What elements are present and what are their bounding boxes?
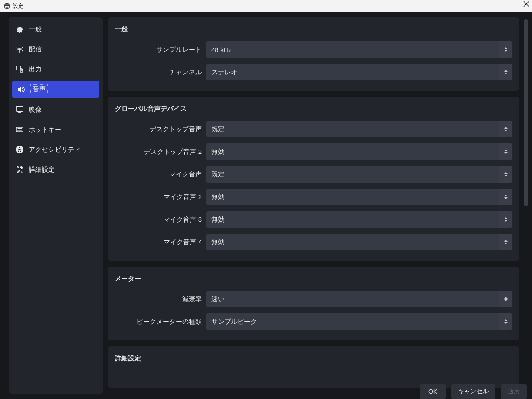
chevron-updown-icon [499, 166, 512, 183]
select-mic-audio-3[interactable]: 無効 [206, 211, 512, 228]
label-peak-meter-type: ピークメーターの種類 [115, 318, 206, 326]
label-desktop-audio-2: デスクトップ音声 2 [115, 148, 206, 156]
svg-rect-17 [17, 130, 22, 131]
select-sample-rate[interactable]: 48 kHz [206, 41, 512, 58]
label-mic-audio-3: マイク音声 3 [115, 216, 206, 224]
select-value: ステレオ [206, 68, 499, 76]
sidebar-item-advanced[interactable]: 詳細設定 [9, 160, 103, 180]
sidebar-item-audio[interactable]: 音声 [12, 81, 99, 98]
select-channel[interactable]: ステレオ [206, 64, 512, 80]
svg-rect-11 [16, 127, 23, 132]
panel-title: メーター [115, 275, 512, 283]
select-value: サンプルピーク [206, 318, 499, 326]
chevron-updown-icon [499, 234, 512, 250]
svg-point-3 [6, 7, 8, 8]
sidebar-item-stream[interactable]: 配信 [9, 39, 103, 59]
svg-point-1 [5, 4, 7, 6]
select-value: 48 kHz [206, 46, 499, 53]
select-desktop-audio[interactable]: 既定 [206, 121, 512, 137]
label-decay-rate: 減衰率 [115, 295, 206, 303]
sidebar-item-label: ホットキー [29, 126, 61, 134]
keyboard-icon [15, 125, 24, 134]
speaker-icon [17, 85, 26, 94]
svg-rect-13 [18, 128, 19, 129]
select-value: 速い [206, 295, 499, 303]
label-desktop-audio: デスクトップ音声 [115, 125, 206, 133]
sidebar-item-hotkeys[interactable]: ホットキー [9, 120, 103, 140]
sidebar-item-label: 映像 [29, 106, 42, 114]
label-mic-audio-2: マイク音声 2 [115, 193, 206, 201]
output-icon [15, 64, 24, 74]
panel-general: 一般 サンプルレート 48 kHz チャンネル [108, 17, 519, 91]
select-value: 既定 [206, 170, 499, 179]
chevron-updown-icon [499, 143, 512, 160]
sidebar-item-accessibility[interactable]: アクセシビリティ [9, 140, 103, 160]
svg-rect-9 [16, 106, 23, 111]
sidebar-item-label: 配信 [29, 45, 42, 53]
app-icon [3, 3, 10, 10]
sidebar: 一般 配信 出力 音声 [9, 17, 103, 394]
select-mic-audio-2[interactable]: 無効 [206, 189, 512, 205]
window-title: 設定 [13, 3, 23, 10]
sidebar-item-label: 一般 [29, 25, 42, 33]
svg-point-6 [19, 49, 20, 50]
monitor-icon [15, 105, 24, 114]
chevron-updown-icon [499, 189, 512, 205]
select-mic-audio-4[interactable]: 無効 [206, 234, 512, 250]
select-mic-audio[interactable]: 既定 [206, 166, 512, 183]
svg-point-19 [19, 147, 20, 148]
chevron-updown-icon [499, 291, 512, 307]
select-value: 無効 [206, 238, 499, 246]
chevron-updown-icon [499, 41, 512, 58]
chevron-updown-icon [499, 211, 512, 228]
apply-button: 適用 [501, 384, 527, 399]
panel-meter: メーター 減衰率 速い ピークメーターの種類 サンプルピーク [108, 267, 519, 340]
scrollbar[interactable] [523, 17, 529, 399]
tools-icon [15, 165, 24, 174]
panel-title: 詳細設定 [115, 354, 512, 362]
sidebar-item-label: 詳細設定 [29, 166, 55, 174]
svg-rect-12 [17, 128, 18, 129]
svg-rect-16 [21, 128, 22, 129]
footer: OK キャンセル 適用 [106, 374, 532, 399]
antenna-icon [15, 44, 24, 54]
svg-rect-15 [20, 128, 21, 129]
cancel-button[interactable]: キャンセル [451, 384, 495, 399]
panel-title: 一般 [115, 25, 512, 33]
panel-global-audio-devices: グローバル音声デバイス デスクトップ音声 既定 デスクトップ音声 2 無効 マイ… [108, 97, 519, 261]
chevron-updown-icon [499, 64, 512, 80]
select-value: 既定 [206, 125, 499, 133]
scrollbar-thumb[interactable] [524, 19, 528, 206]
chevron-updown-icon [499, 121, 512, 137]
sidebar-item-general[interactable]: 一般 [9, 19, 103, 39]
select-desktop-audio-2[interactable]: 無効 [206, 143, 512, 160]
close-icon[interactable] [523, 1, 529, 7]
select-value: 無効 [206, 216, 499, 224]
gear-icon [15, 24, 24, 34]
select-peak-meter-type[interactable]: サンプルピーク [206, 313, 512, 330]
sidebar-item-label: アクセシビリティ [29, 146, 81, 154]
select-value: 無効 [206, 148, 499, 156]
label-sample-rate: サンプルレート [115, 46, 206, 54]
sidebar-item-output[interactable]: 出力 [9, 59, 103, 79]
sidebar-item-label: 出力 [29, 65, 42, 73]
svg-rect-14 [19, 128, 20, 129]
sidebar-item-label: 音声 [30, 84, 48, 94]
sidebar-item-video[interactable]: 映像 [9, 100, 103, 120]
label-mic-audio-4: マイク音声 4 [115, 238, 206, 246]
ok-button[interactable]: OK [420, 384, 446, 399]
label-channel: チャンネル [115, 68, 206, 76]
select-decay-rate[interactable]: 速い [206, 291, 512, 307]
chevron-updown-icon [499, 313, 512, 330]
select-value: 無効 [206, 193, 499, 201]
panel-title: グローバル音声デバイス [115, 105, 512, 113]
svg-point-2 [7, 4, 9, 6]
label-mic-audio: マイク音声 [115, 170, 206, 179]
settings-content: 一般 サンプルレート 48 kHz チャンネル [108, 17, 521, 399]
accessibility-icon [15, 145, 24, 154]
titlebar: 設定 [0, 0, 532, 12]
